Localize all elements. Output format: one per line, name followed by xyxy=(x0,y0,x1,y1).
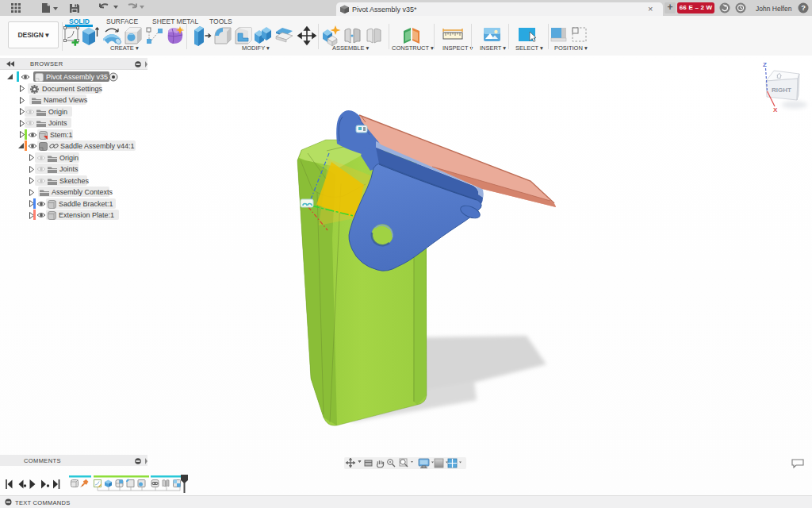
svg-text:Z: Z xyxy=(763,61,767,68)
svg-text:RIGHT: RIGHT xyxy=(772,87,791,94)
svg-text:Pivot Assembly v35*: Pivot Assembly v35* xyxy=(352,6,417,13)
svg-text:John Helfen: John Helfen xyxy=(756,5,792,13)
svg-text:?: ? xyxy=(801,3,806,12)
svg-text:X: X xyxy=(773,106,778,114)
svg-text:×: × xyxy=(648,4,653,13)
